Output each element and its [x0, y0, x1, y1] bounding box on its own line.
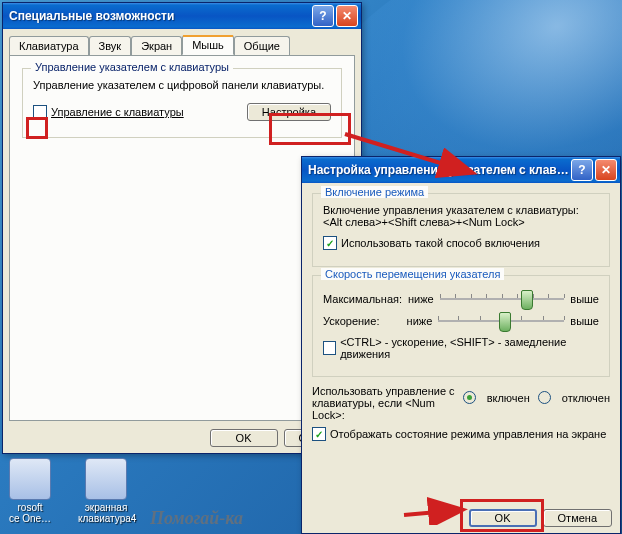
numlock-off-label: отключен: [562, 392, 610, 404]
speed-group-title: Скорость перемещения указателя: [321, 268, 504, 280]
close-button-2[interactable]: ✕: [595, 159, 617, 181]
desktop-icon-label-1: rosoft ce One…: [2, 502, 58, 524]
low-label-2: ниже: [407, 315, 433, 327]
enable-desc2: <Alt слева>+<Shift слева>+<Num Lock>: [323, 216, 599, 228]
show-state-checkbox[interactable]: ✓: [312, 427, 326, 441]
help-button-2[interactable]: ?: [571, 159, 593, 181]
keyboard-icon: [85, 458, 127, 500]
use-shortcut-label: Использовать такой способ включения: [341, 237, 540, 249]
numlock-label-1: Использовать управление с: [312, 385, 463, 397]
titlebar-accessibility[interactable]: Специальные возможности ? ✕: [3, 3, 361, 29]
show-state-label: Отображать состояние режима управления н…: [330, 428, 606, 440]
desktop-icon-office[interactable]: rosoft ce One…: [2, 458, 58, 524]
low-label-1: ниже: [408, 293, 434, 305]
tab-keyboard[interactable]: Клавиатура: [9, 36, 89, 56]
desktop-icons: rosoft ce One… экранная клавиатура4: [2, 458, 134, 524]
max-speed-label: Максимальная:: [323, 293, 402, 305]
ctrl-shift-checkbox[interactable]: [323, 341, 336, 355]
enable-group: Включение режима Включение управления ук…: [312, 193, 610, 267]
cancel-button-2[interactable]: Отмена: [543, 509, 612, 527]
group-desc: Управление указателем с цифровой панели …: [33, 79, 331, 91]
max-speed-slider[interactable]: [440, 290, 565, 308]
enable-desc1: Включение управления указателем с клавиа…: [323, 204, 599, 216]
numlock-on-radio[interactable]: [463, 391, 476, 404]
desktop-icon-osk[interactable]: экранная клавиатура4: [78, 458, 134, 524]
title-text-2: Настройка управления указателем с клав…: [308, 163, 569, 177]
tab-general[interactable]: Общие: [234, 36, 290, 56]
high-label-2: выше: [570, 315, 599, 327]
desktop-icon-label-2: экранная клавиатура4: [78, 502, 134, 524]
help-button[interactable]: ?: [312, 5, 334, 27]
tab-mouse[interactable]: Мышь: [182, 35, 234, 55]
use-shortcut-checkbox[interactable]: ✓: [323, 236, 337, 250]
mousekeys-label: Управление с клавиатуры: [51, 106, 184, 118]
title-text: Специальные возможности: [9, 9, 310, 23]
close-button[interactable]: ✕: [336, 5, 358, 27]
tab-strip: Клавиатура Звук Экран Мышь Общие: [3, 29, 361, 55]
group-title: Управление указателем с клавиатуры: [31, 61, 233, 73]
highlight-checkbox: [26, 117, 48, 139]
tab-display[interactable]: Экран: [131, 36, 182, 56]
office-icon: [9, 458, 51, 500]
ok-button-1[interactable]: OK: [210, 429, 278, 447]
highlight-settings: [269, 113, 351, 145]
accel-slider[interactable]: [438, 312, 564, 330]
highlight-ok: [460, 499, 544, 532]
watermark: Помогай-ка: [150, 508, 243, 529]
ctrl-shift-label: <CTRL> - ускорение, <SHIFT> - замедление…: [340, 336, 599, 360]
accel-label: Ускорение:: [323, 315, 401, 327]
numlock-off-radio[interactable]: [538, 391, 551, 404]
enable-group-title: Включение режима: [321, 186, 428, 198]
numlock-on-label: включен: [487, 392, 530, 404]
tab-sound[interactable]: Звук: [89, 36, 132, 56]
numlock-label-2: клавиатуры, если <Num Lock>:: [312, 397, 463, 421]
mousekeys-settings-window: Настройка управления указателем с клав… …: [301, 156, 621, 534]
high-label-1: выше: [570, 293, 599, 305]
titlebar-settings[interactable]: Настройка управления указателем с клав… …: [302, 157, 620, 183]
speed-group: Скорость перемещения указателя Максималь…: [312, 275, 610, 377]
